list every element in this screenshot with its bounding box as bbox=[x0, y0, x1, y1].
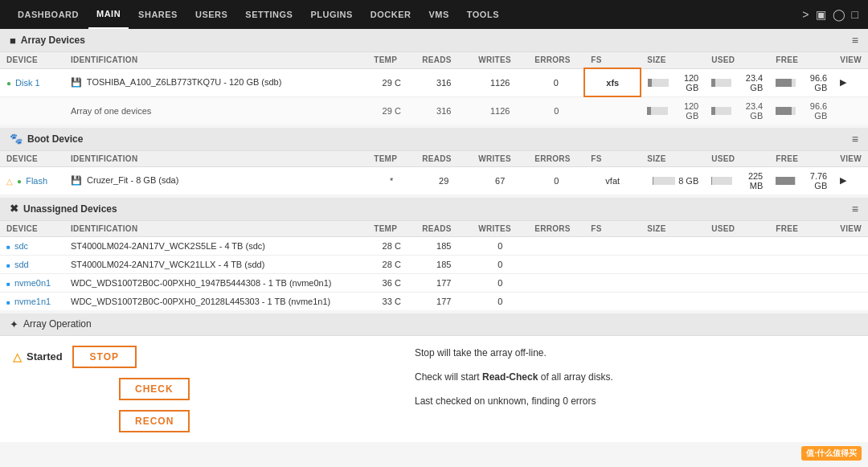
nav-users[interactable]: USERS bbox=[187, 0, 235, 29]
unassigned-devices-menu-icon[interactable]: ≡ bbox=[852, 203, 858, 215]
help-icon[interactable]: ◯ bbox=[833, 8, 845, 21]
sdc-link[interactable]: sdc bbox=[14, 241, 28, 251]
table-row: △ ● Flash 💾 Cruzer_Fit - 8 GB (sda) * 29… bbox=[0, 166, 868, 195]
usb-icon: 💾 bbox=[71, 175, 82, 185]
disk1-status-dot: ● bbox=[6, 79, 11, 88]
operation-recon-row: RECON bbox=[13, 410, 399, 432]
terminal-icon[interactable]: > bbox=[802, 8, 809, 21]
boot-col-view: VIEW bbox=[833, 151, 868, 167]
disk1-fs: xfs bbox=[584, 68, 641, 96]
array-operation-label: Array Operation bbox=[23, 318, 92, 330]
nav-main[interactable]: MAIN bbox=[88, 0, 129, 29]
table-row: ● Disk 1 💾 TOSHIBA_A100_Z6LB773TKQ7U - 1… bbox=[0, 68, 868, 96]
nvme0n1-identification: WDC_WDS100T2B0C-00PXH0_1947B5444308 - 1 … bbox=[64, 273, 367, 292]
nvme0n1-reads: 177 bbox=[416, 273, 472, 292]
boot-col-writes: WRITES bbox=[472, 151, 528, 167]
nvme1n1-reads: 177 bbox=[416, 292, 472, 310]
boot-device-label: Boot Device bbox=[27, 133, 83, 145]
nav-items: DASHBOARD MAIN SHARES USERS SETTINGS PLU… bbox=[10, 0, 507, 29]
array-operation-section: ✦ Array Operation △ Started STOP CHECK bbox=[0, 313, 868, 442]
disk1-view[interactable]: ▶ bbox=[833, 68, 868, 96]
unassigned-devices-title: ✖ Unassigned Devices bbox=[10, 203, 117, 215]
nav-shares[interactable]: SHARES bbox=[130, 0, 186, 29]
boot-col-reads: READS bbox=[416, 151, 472, 167]
last-checked-description: Last checked on unknown, finding 0 error… bbox=[415, 394, 855, 408]
nav-plugins[interactable]: PLUGINS bbox=[302, 0, 360, 29]
sdd-identification: ST4000LM024-2AN17V_WCK21LLX - 4 TB (sdd) bbox=[64, 255, 367, 273]
watermark: 值·什么值得买 bbox=[801, 446, 862, 461]
check-button[interactable]: CHECK bbox=[119, 378, 190, 400]
sdc-device: ■ sdc bbox=[0, 236, 64, 255]
nav-dashboard[interactable]: DASHBOARD bbox=[10, 0, 87, 29]
boot-device-menu-icon[interactable]: ≡ bbox=[852, 133, 858, 145]
disk1-errors: 0 bbox=[528, 68, 584, 96]
nvme1n1-temp: 33 C bbox=[367, 292, 416, 310]
main-content: ■ Array Devices ≡ DEVICE IDENTIFICATION … bbox=[0, 29, 868, 467]
array-devices-header: ■ Array Devices ≡ bbox=[0, 29, 868, 52]
summary-size: 120 GB bbox=[641, 96, 705, 125]
disk1-link[interactable]: Disk 1 bbox=[15, 78, 40, 88]
summary-label: Array of one devices bbox=[64, 96, 367, 125]
col-view: VIEW bbox=[833, 52, 868, 68]
table-row: ■ nvme0n1 WDC_WDS100T2B0C-00PXH0_1947B54… bbox=[0, 273, 868, 292]
summary-view bbox=[833, 96, 868, 125]
summary-used: 23.4 GB bbox=[705, 96, 769, 125]
disk1-writes: 1126 bbox=[472, 68, 528, 96]
nvme0n1-link[interactable]: nvme0n1 bbox=[14, 278, 51, 288]
unassigned-col-view: VIEW bbox=[833, 221, 868, 237]
sdc-errors bbox=[528, 236, 584, 255]
boot-device-section: 🐾 Boot Device ≡ DEVICE IDENTIFICATION TE… bbox=[0, 128, 868, 195]
stop-description: Stop will take the array off-line. bbox=[415, 346, 855, 360]
summary-temp: 29 C bbox=[367, 96, 416, 125]
boot-col-errors: ERRORS bbox=[528, 151, 584, 167]
flash-view[interactable]: ▶ bbox=[833, 166, 868, 195]
boot-icon: 🐾 bbox=[10, 133, 23, 145]
array-devices-label: Array Devices bbox=[21, 35, 85, 46]
boot-col-temp: TEMP bbox=[367, 151, 416, 167]
nvme1n1-errors bbox=[528, 292, 584, 310]
array-operation-header: ✦ Array Operation bbox=[0, 313, 868, 336]
nvme1n1-writes: 0 bbox=[472, 292, 528, 310]
nav-vms[interactable]: VMS bbox=[420, 0, 457, 29]
disk1-size: 120 GB bbox=[641, 68, 705, 96]
flash-size: 8 GB bbox=[641, 166, 705, 195]
screen-icon[interactable]: ▣ bbox=[816, 8, 826, 21]
summary-device bbox=[0, 96, 64, 125]
array-devices-menu-icon[interactable]: ≡ bbox=[852, 34, 858, 47]
flash-identification: 💾 Cruzer_Fit - 8 GB (sda) bbox=[64, 166, 367, 195]
table-row: ■ sdc ST4000LM024-2AN17V_WCK2S5LE - 4 TB… bbox=[0, 236, 868, 255]
unassigned-col-reads: READS bbox=[416, 221, 472, 237]
unassigned-col-used: USED bbox=[705, 221, 769, 237]
nvme1n1-link[interactable]: nvme1n1 bbox=[14, 297, 51, 306]
summary-errors: 0 bbox=[528, 96, 584, 125]
operation-started-row: △ Started STOP bbox=[13, 346, 399, 368]
sdc-temp: 28 C bbox=[367, 236, 416, 255]
unassigned-col-temp: TEMP bbox=[367, 221, 416, 237]
table-row: ■ nvme1n1 WDC_WDS100T2B0C-00PXH0_20128L4… bbox=[0, 292, 868, 310]
nav-tools[interactable]: TOOLS bbox=[459, 0, 507, 29]
sdd-link[interactable]: sdd bbox=[14, 260, 29, 269]
operation-check-row: CHECK bbox=[13, 378, 399, 400]
stop-button[interactable]: STOP bbox=[72, 346, 137, 368]
unassigned-col-device: DEVICE bbox=[0, 221, 64, 237]
boot-col-used: USED bbox=[705, 151, 769, 167]
flash-errors: 0 bbox=[528, 166, 584, 195]
nav-settings[interactable]: SETTINGS bbox=[237, 0, 301, 29]
flash-reads: 29 bbox=[416, 166, 472, 195]
disk1-used: 23.4 GB bbox=[705, 68, 769, 96]
started-warning-icon: △ bbox=[13, 350, 22, 363]
unassigned-col-writes: WRITES bbox=[472, 221, 528, 237]
recon-button[interactable]: RECON bbox=[119, 410, 190, 432]
nav-docker[interactable]: DOCKER bbox=[362, 0, 420, 29]
flash-status-dot: ● bbox=[17, 177, 22, 186]
unassigned-col-fs: FS bbox=[584, 221, 641, 237]
disk1-device: ● Disk 1 bbox=[0, 68, 64, 96]
display-icon[interactable]: □ bbox=[852, 8, 858, 21]
unassigned-col-size: SIZE bbox=[641, 221, 705, 237]
unassigned-header-row: DEVICE IDENTIFICATION TEMP READS WRITES … bbox=[0, 221, 868, 237]
flash-fs: vfat bbox=[584, 166, 641, 195]
unassigned-devices-header: ✖ Unassigned Devices ≡ bbox=[0, 198, 868, 221]
flash-link[interactable]: Flash bbox=[26, 176, 47, 186]
col-fs: FS bbox=[584, 52, 641, 68]
operation-right-panel: Stop will take the array off-line. Check… bbox=[399, 346, 855, 432]
